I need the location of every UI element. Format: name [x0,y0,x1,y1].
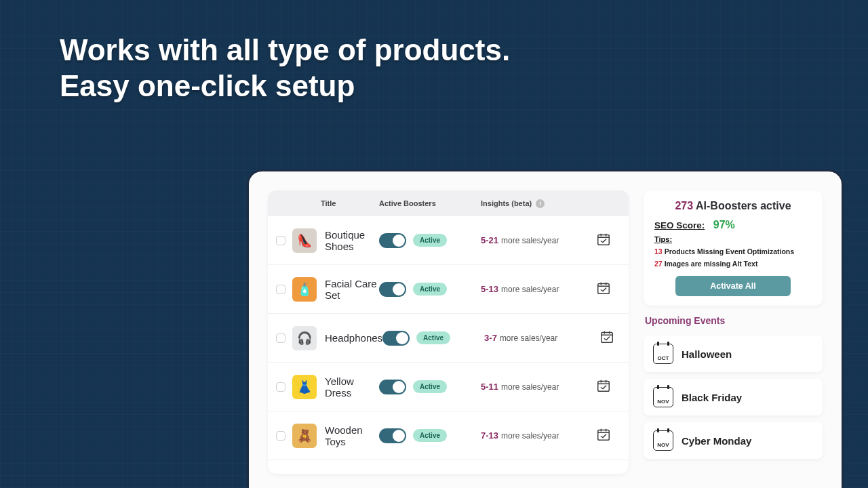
status-badge: Active [413,283,447,296]
calendar-month-icon: NOV [653,430,673,451]
col-title: Title [321,199,379,207]
svg-rect-0 [598,235,610,245]
event-name: Black Friday [682,392,742,403]
tip-item: 13Products Missing Event Optimizations [654,247,812,256]
row-checkbox[interactable] [276,285,285,294]
info-icon[interactable]: i [536,199,545,208]
upcoming-events-title: Upcoming Events [644,315,823,326]
insights-cell: 5-21more sales/year [481,235,596,245]
status-badge: Active [413,429,447,442]
svg-rect-3 [598,381,610,391]
status-badge: Active [416,331,450,344]
event-item[interactable]: NOVBlack Friday [644,379,823,415]
table-row: 👗Yellow DressActive5-11more sales/year [268,363,629,411]
insights-cell: 3-7more sales/year [484,333,599,343]
svg-rect-2 [601,332,613,342]
calendar-icon[interactable] [596,427,629,445]
hero-line-2: Easy one-click setup [60,68,814,104]
product-thumbnail: 🧴 [292,277,317,302]
event-item[interactable]: OCTHalloween [644,336,823,372]
insights-cell: 5-11more sales/year [481,382,596,392]
boosters-count-line: 273 AI-Boosters active [654,200,812,212]
booster-toggle[interactable] [379,282,406,297]
calendar-icon[interactable] [599,329,629,347]
seo-score-label: SEO Score: [654,220,705,230]
table-row: 🧸Wooden ToysActive7-13more sales/year [268,411,629,460]
hero-line-1: Works with all type of products. [60,33,814,68]
row-checkbox[interactable] [276,236,285,245]
col-insights: Insights (beta) i [481,199,596,208]
sidebar: 273 AI-Boosters active SEO Score: 97% Ti… [644,190,823,474]
product-thumbnail: 👗 [292,375,317,399]
hero-headline: Works with all type of products. Easy on… [60,33,814,104]
calendar-icon[interactable] [596,378,629,396]
row-checkbox[interactable] [276,431,285,441]
row-checkbox[interactable] [276,333,285,343]
row-checkbox[interactable] [276,382,285,392]
summary-card: 273 AI-Boosters active SEO Score: 97% Ti… [644,190,823,306]
insights-cell: 7-13more sales/year [481,430,596,441]
table-row: 👠Boutique ShoesActive5-21more sales/year [268,216,629,265]
activate-all-button[interactable]: Activate All [675,276,791,296]
booster-toggle[interactable] [379,380,406,394]
product-title: Boutique Shoes [321,229,379,252]
products-table: Title Active Boosters Insights (beta) i … [268,190,629,474]
product-title: Yellow Dress [321,375,379,399]
status-badge: Active [413,380,447,393]
table-header: Title Active Boosters Insights (beta) i [268,190,629,216]
booster-toggle[interactable] [382,331,410,346]
app-panel: Title Active Boosters Insights (beta) i … [247,169,844,488]
table-row: 🎧HeadphonesActive3-7more sales/year [268,314,629,363]
booster-toggle[interactable] [379,428,406,443]
product-title: Headphones [321,332,382,344]
product-title: Facial Care Set [321,278,379,301]
status-badge: Active [413,234,447,247]
insights-cell: 5-13more sales/year [481,284,596,294]
svg-rect-1 [598,283,610,293]
event-name: Halloween [682,348,732,360]
calendar-icon[interactable] [596,232,629,249]
svg-rect-4 [598,430,610,440]
booster-toggle[interactable] [379,233,406,248]
product-title: Wooden Toys [321,424,379,447]
event-item[interactable]: NOVCyber Monday [644,422,823,459]
product-thumbnail: 🧸 [292,424,317,448]
product-thumbnail: 👠 [292,228,317,253]
col-active-boosters: Active Boosters [379,199,481,207]
calendar-month-icon: NOV [653,387,673,407]
tip-item: 27Images are missing Alt Text [654,260,812,268]
seo-score-value: 97% [713,219,735,230]
event-name: Cyber Monday [682,435,751,447]
calendar-month-icon: OCT [653,344,673,364]
tips-label: Tips: [654,235,812,243]
calendar-icon[interactable] [596,281,629,298]
table-row: 🧴Facial Care SetActive5-13more sales/yea… [268,265,629,314]
product-thumbnail: 🎧 [292,326,317,350]
